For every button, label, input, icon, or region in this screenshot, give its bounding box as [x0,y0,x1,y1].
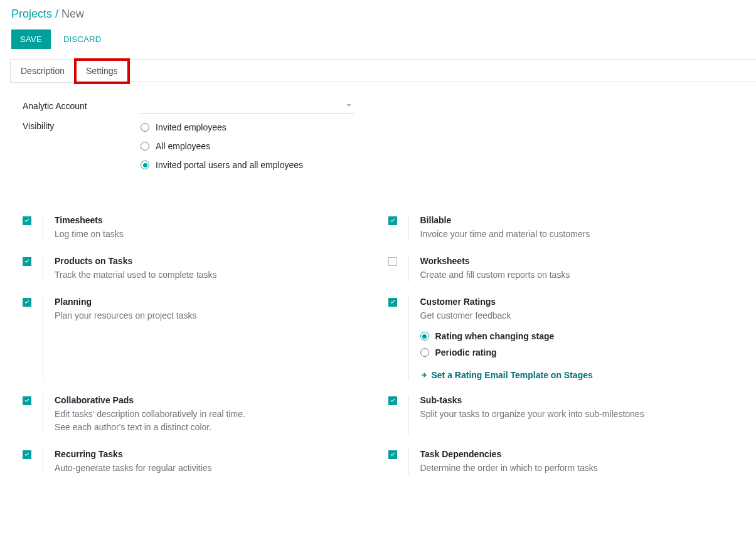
pads-title: Collaborative Pads [55,395,245,405]
visibility-option-portal[interactable]: Invited portal users and all employees [141,160,354,170]
ratings-desc: Get customer feedback [420,309,593,322]
radio-icon [141,142,149,151]
breadcrumb-separator: / [55,8,58,20]
divider [408,449,409,475]
radio-label: Invited portal users and all employees [156,160,303,170]
dependencies-checkbox[interactable] [388,450,397,459]
pads-desc2: See each author's text in a distinct col… [55,421,245,434]
arrow-right-icon [420,371,428,379]
timesheets-checkbox[interactable] [23,216,31,225]
visibility-option-invited[interactable]: Invited employees [141,122,354,132]
ratings-checkbox[interactable] [388,298,397,307]
radio-icon [141,161,149,169]
planning-checkbox[interactable] [23,298,31,307]
tab-description[interactable]: Description [10,60,75,83]
visibility-option-all[interactable]: All employees [141,141,354,151]
rating-option-on-stage[interactable]: Rating when changing stage [420,331,593,341]
planning-desc: Plan your resources on project tasks [55,309,196,322]
worksheets-desc: Create and fill custom reports on tasks [420,268,570,282]
rating-template-link-text: Set a Rating Email Template on Stages [432,370,593,380]
divider [43,449,43,475]
radio-icon [420,332,429,341]
recurring-title: Recurring Tasks [55,449,212,459]
analytic-account-label: Analytic Account [23,100,141,111]
save-button[interactable]: SAVE [11,29,51,49]
dependencies-desc: Determine the order in which to perform … [420,462,598,475]
divider [43,395,43,434]
pads-checkbox[interactable] [23,396,31,405]
timesheets-desc: Log time on tasks [55,228,124,241]
subtasks-checkbox[interactable] [388,396,397,405]
rating-option-periodic[interactable]: Periodic rating [420,347,593,357]
rating-template-link[interactable]: Set a Rating Email Template on Stages [420,370,593,380]
planning-title: Planning [55,297,196,307]
analytic-account-select[interactable] [141,100,354,114]
products-title: Products on Tasks [55,256,217,266]
visibility-label: Visibility [23,120,141,131]
billable-desc: Invoice your time and material to custom… [420,228,590,241]
divider [408,215,409,241]
radio-icon [420,348,429,357]
worksheets-title: Worksheets [420,256,570,266]
pads-desc1: Edit tasks' description collaboratively … [55,408,245,421]
radio-label: Rating when changing stage [435,331,555,341]
billable-checkbox[interactable] [388,216,397,225]
radio-icon [141,123,149,132]
ratings-title: Customer Ratings [420,297,593,307]
worksheets-checkbox[interactable] [388,257,397,266]
radio-label: All employees [156,141,210,151]
breadcrumb-current: New [61,8,84,20]
recurring-desc: Auto-generate tasks for regular activiti… [55,462,212,475]
divider [43,215,43,241]
subtasks-title: Sub-tasks [420,395,644,405]
timesheets-title: Timesheets [55,215,124,225]
tabs: Description Settings [10,60,756,82]
divider [43,297,43,380]
products-desc: Track the material used to complete task… [55,268,217,282]
radio-label: Invited employees [156,122,226,132]
divider [43,256,43,282]
products-checkbox[interactable] [23,257,31,266]
breadcrumb-root[interactable]: Projects [11,8,52,20]
radio-label: Periodic rating [435,347,497,357]
divider [408,297,409,380]
breadcrumb: Projects / New [11,8,745,21]
divider [408,395,409,434]
discard-button[interactable]: DISCARD [61,29,104,49]
tab-settings[interactable]: Settings [75,60,129,83]
dependencies-title: Task Dependencies [420,449,598,459]
divider [408,256,409,282]
recurring-checkbox[interactable] [23,450,31,459]
billable-title: Billable [420,215,590,225]
subtasks-desc: Split your tasks to organize your work i… [420,408,644,421]
